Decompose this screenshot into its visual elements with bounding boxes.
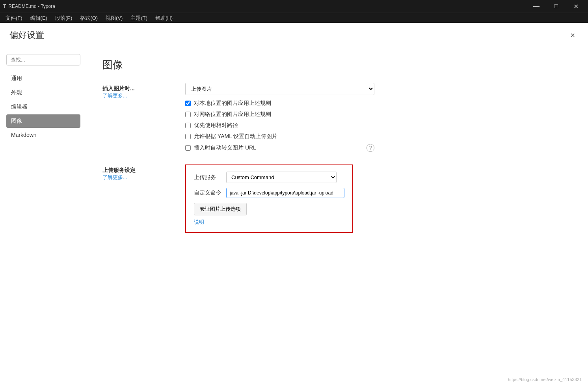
menu-view[interactable]: 视图(V): [102, 13, 127, 23]
insert-learn-more-link[interactable]: 了解更多...: [102, 93, 127, 99]
insert-action-select[interactable]: 上传图片 复制到当前文件夹 复制到指定路径 不做操作: [185, 83, 374, 95]
title-bar: T README.md - Typora — □ ✕: [0, 0, 588, 13]
title-bar-controls: — □ ✕: [527, 0, 585, 13]
window-close-button[interactable]: ✕: [567, 0, 585, 13]
maximize-button[interactable]: □: [547, 0, 565, 13]
checkbox-local: 对本地位置的图片应用上述规则: [185, 100, 572, 107]
menu-bar: 文件(F) 编辑(E) 段落(P) 格式(O) 视图(V) 主题(T) 帮助(H…: [0, 13, 588, 23]
help-icon[interactable]: ?: [367, 144, 374, 152]
menu-file[interactable]: 文件(F): [2, 13, 26, 23]
checkbox-relative-input[interactable]: [185, 123, 191, 128]
sidebar-item-image[interactable]: 图像: [6, 114, 80, 128]
checkbox-network-label: 对网络位置的图片应用上述规则: [194, 111, 271, 118]
service-label: 上传服务: [194, 174, 221, 181]
custom-cmd-input[interactable]: [226, 188, 344, 198]
upload-label-col: 上传服务设定 了解更多...: [102, 164, 173, 233]
content-area: 图像 插入图片时... 了解更多... 上传图片 复制到当前文件夹 复制到指定路…: [87, 46, 588, 385]
checkbox-local-input[interactable]: [185, 101, 191, 106]
upload-label: 上传服务设定: [102, 167, 173, 174]
checkbox-yaml: 允许根据 YAML 设置自动上传图片: [185, 133, 572, 140]
insert-controls: 上传图片 复制到当前文件夹 复制到指定路径 不做操作 对本地位置的图片应用上述规…: [185, 83, 572, 152]
verify-button[interactable]: 验证图片上传选项: [194, 203, 247, 215]
upload-service-row: 上传服务 Custom Command PicGo iPic uPic Pics…: [194, 172, 344, 183]
desc-link[interactable]: 说明: [194, 219, 204, 225]
insert-dropdown-row: 上传图片 复制到当前文件夹 复制到指定路径 不做操作: [185, 83, 572, 95]
section-title: 图像: [102, 58, 572, 72]
menu-theme[interactable]: 主题(T): [127, 13, 151, 23]
insert-section: 插入图片时... 了解更多... 上传图片 复制到当前文件夹 复制到指定路径 不…: [102, 83, 572, 152]
sidebar-item-general[interactable]: 通用: [6, 72, 80, 85]
checkbox-relative: 优先使用相对路径: [185, 122, 572, 129]
menu-help[interactable]: 帮助(H): [151, 13, 177, 23]
checkbox-escape-label: 插入时自动转义图片 URL: [194, 144, 256, 151]
sidebar-item-markdown[interactable]: Markdown: [6, 129, 80, 141]
sidebar-item-editor[interactable]: 编辑器: [6, 100, 80, 114]
prefs-header: 偏好设置 ×: [0, 23, 588, 46]
checkbox-escape-input[interactable]: [185, 145, 191, 151]
menu-format[interactable]: 格式(O): [76, 13, 102, 23]
menu-paragraph[interactable]: 段落(P): [51, 13, 76, 23]
upload-service-select[interactable]: Custom Command PicGo iPic uPic Picsee: [226, 172, 337, 183]
sidebar-item-appearance[interactable]: 外观: [6, 86, 80, 99]
prefs-title: 偏好设置: [9, 29, 44, 41]
checkbox-relative-label: 优先使用相对路径: [194, 122, 238, 129]
minimize-button[interactable]: —: [527, 0, 545, 13]
search-input[interactable]: [6, 54, 80, 65]
prefs-close-button[interactable]: ×: [567, 29, 579, 41]
watermark: https://blog.csdn.net/weixin_41153321: [508, 377, 582, 382]
annotation-arrows: [353, 164, 471, 251]
custom-cmd-row: 自定义命令: [194, 188, 344, 198]
insert-label-col: 插入图片时... 了解更多...: [102, 83, 173, 152]
menu-edit[interactable]: 编辑(E): [26, 13, 51, 23]
upload-learn-more-link[interactable]: 了解更多...: [102, 174, 127, 180]
checkbox-yaml-input[interactable]: [185, 134, 191, 139]
verify-btn-row: 验证图片上传选项: [194, 203, 344, 215]
preferences-window: 偏好设置 × 通用 外观 编辑器 图像 Markdown 图像 插入图片时...…: [0, 23, 588, 385]
checkbox-yaml-label: 允许根据 YAML 设置自动上传图片: [194, 133, 277, 140]
window-title: README.md - Typora: [8, 4, 55, 9]
upload-controls: 上传服务 Custom Command PicGo iPic uPic Pics…: [185, 164, 572, 233]
upload-service-box: 上传服务 Custom Command PicGo iPic uPic Pics…: [185, 164, 353, 233]
sidebar: 通用 外观 编辑器 图像 Markdown: [0, 46, 87, 385]
checkbox-network: 对网络位置的图片应用上述规则: [185, 111, 572, 118]
title-bar-left: T README.md - Typora: [3, 4, 55, 9]
insert-label: 插入图片时...: [102, 85, 173, 92]
checkbox-network-input[interactable]: [185, 112, 191, 117]
checkbox-local-label: 对本地位置的图片应用上述规则: [194, 100, 271, 107]
custom-cmd-label: 自定义命令: [194, 189, 221, 196]
prefs-body: 通用 外观 编辑器 图像 Markdown 图像 插入图片时... 了解更多..…: [0, 46, 588, 385]
checkbox-escape: 插入时自动转义图片 URL: [185, 144, 256, 151]
desc-link-row: 说明: [194, 219, 344, 226]
app-icon: T: [3, 4, 6, 9]
upload-section: 上传服务设定 了解更多... 上传服务 Custom Command PicGo…: [102, 164, 572, 233]
